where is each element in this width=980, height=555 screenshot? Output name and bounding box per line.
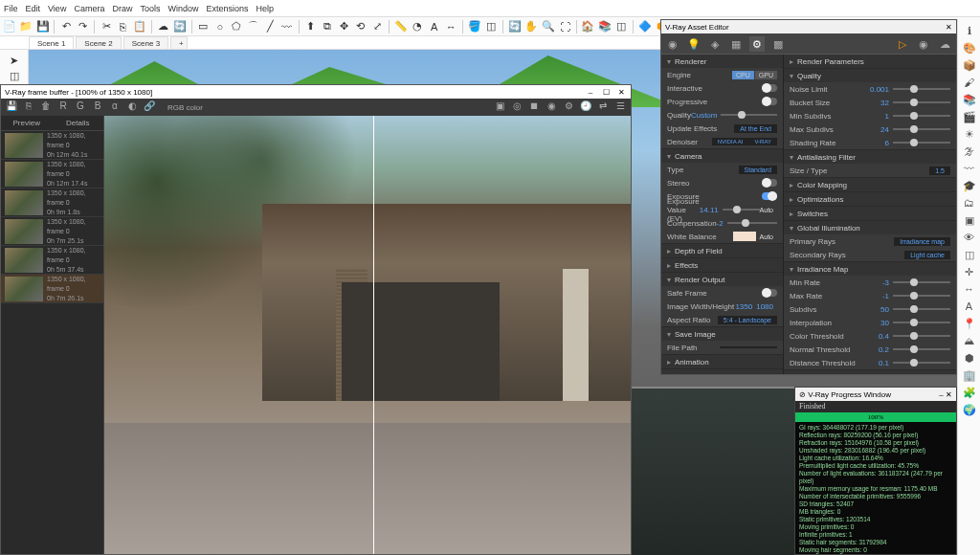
- menu-edit[interactable]: Edit: [26, 4, 41, 13]
- tray-extwarehouse-icon[interactable]: 🧩: [962, 385, 977, 400]
- scene-tab-1[interactable]: Scene 1: [29, 36, 74, 49]
- vfb-menu-icon[interactable]: ☰: [613, 100, 627, 114]
- tray-scenes-icon[interactable]: 🎬: [962, 109, 977, 124]
- ae-param-row[interactable]: QualityCustom: [661, 108, 783, 122]
- ae-param-row[interactable]: Max Subdivs24: [784, 122, 956, 136]
- history-item[interactable]: 1350 x 1080, frame 00h 5m 37.4s: [1, 246, 103, 275]
- tool-text-icon[interactable]: A: [427, 19, 441, 34]
- maximize-icon[interactable]: ☐: [600, 88, 612, 97]
- tool-layers-icon[interactable]: 📚: [597, 19, 612, 34]
- tray-hide-icon[interactable]: 👁: [962, 230, 977, 245]
- tray-selection-icon[interactable]: ▣: [962, 212, 977, 228]
- tray-text-icon[interactable]: A: [962, 299, 977, 314]
- tray-entity-icon[interactable]: ℹ: [962, 23, 977, 38]
- ae-param-row[interactable]: Min Rate-3: [784, 276, 956, 289]
- tray-geolocation-icon[interactable]: 🌍: [962, 402, 977, 417]
- vfb-lens-icon[interactable]: ◉: [545, 100, 558, 114]
- ae-param-row[interactable]: Aspect Ratio5:4 - Landscape: [661, 313, 783, 326]
- ae-tab-geometry-icon[interactable]: ◈: [707, 36, 723, 52]
- menu-file[interactable]: File: [4, 4, 18, 13]
- vfb-cc-icon[interactable]: ⚙: [562, 100, 575, 114]
- ae-param-row[interactable]: Shading Rate6: [784, 136, 956, 149]
- ae-param-row[interactable]: File Path: [661, 341, 783, 354]
- ae-param-row[interactable]: Primary RaysIrradiance map: [784, 234, 956, 248]
- tray-solid-icon[interactable]: ⬢: [962, 350, 977, 366]
- tool-cut-icon[interactable]: ✂: [99, 19, 113, 34]
- ae-param-row[interactable]: Exposure Value (EV)14.11Auto: [661, 203, 783, 216]
- menu-camera[interactable]: Camera: [74, 4, 104, 13]
- pw-titlebar[interactable]: ⊘ V-Ray Progress Window – ✕: [795, 388, 956, 401]
- tool-undo-icon[interactable]: ↶: [58, 19, 73, 34]
- ae-param-row[interactable]: EngineCPUGPU: [661, 68, 783, 81]
- tool-freehand-icon[interactable]: 〰: [279, 19, 294, 34]
- ae-section-header[interactable]: ▾Irradiance Map: [784, 262, 956, 276]
- tool-orbit-icon[interactable]: 🔄: [507, 19, 522, 34]
- ae-cloud-icon[interactable]: ☁: [937, 36, 952, 52]
- minimize-icon[interactable]: –: [939, 390, 943, 399]
- history-item[interactable]: 1350 x 1080, frame 00h 12m 17.4s: [1, 160, 103, 189]
- tool-rotate-icon[interactable]: ⟲: [353, 19, 368, 34]
- ae-tab-materials-icon[interactable]: ◉: [665, 36, 680, 52]
- ae-section-header[interactable]: ▸Render Parameters: [784, 55, 956, 68]
- history-item[interactable]: 1350 x 1080, frame 00h 12m 40.1s: [1, 131, 103, 160]
- menu-view[interactable]: View: [48, 4, 66, 13]
- tool-open-icon[interactable]: 📁: [18, 19, 33, 34]
- vfb-mono-icon[interactable]: ◐: [125, 100, 139, 114]
- vfb-history-icon[interactable]: 🕘: [579, 100, 592, 114]
- ae-titlebar[interactable]: V-Ray Asset Editor ✕: [661, 20, 956, 33]
- ae-tab-renderelm-icon[interactable]: ▦: [728, 36, 744, 52]
- history-item[interactable]: 1350 x 1080, frame 00h 9m 1.8s: [1, 189, 103, 217]
- ae-section-header[interactable]: ▾Environment: [661, 369, 783, 374]
- ae-param-row[interactable]: White BalanceAuto: [661, 230, 783, 243]
- vfb-track-icon[interactable]: ◎: [510, 100, 523, 114]
- vfb-link-icon[interactable]: 🔗: [143, 100, 156, 114]
- menu-help[interactable]: Help: [256, 4, 274, 13]
- vfb-channel-r-icon[interactable]: R: [56, 100, 70, 114]
- vfb-compare-icon[interactable]: ⇄: [596, 100, 610, 114]
- ae-param-row[interactable]: DenoiserNVIDIA AIV-RAY: [661, 135, 783, 148]
- ae-param-row[interactable]: Compensation-2: [661, 216, 783, 230]
- menu-extensions[interactable]: Extensions: [206, 4, 248, 13]
- tool-copy-icon[interactable]: ⎘: [116, 19, 130, 34]
- tray-section-icon[interactable]: ◫: [962, 247, 977, 262]
- ae-param-row[interactable]: Image Width/Height13501080: [661, 300, 783, 313]
- tool-redo-icon[interactable]: ↷: [76, 19, 90, 34]
- vfb-channel-b-icon[interactable]: B: [91, 100, 104, 114]
- menu-window[interactable]: Window: [167, 4, 198, 13]
- ae-param-row[interactable]: Update EffectsAt the End: [661, 122, 783, 135]
- vfb-channel-g-icon[interactable]: G: [74, 100, 87, 114]
- tray-instructor-icon[interactable]: 🎓: [962, 178, 977, 193]
- ae-tab-settings-icon[interactable]: ⚙: [749, 36, 765, 52]
- ae-param-row[interactable]: Interactive: [661, 81, 783, 95]
- ae-param-row[interactable]: Bucket Size32: [784, 96, 956, 109]
- ae-section-header[interactable]: ▾Antialiasing Filter: [784, 150, 956, 164]
- tool-paste-icon[interactable]: 📋: [132, 19, 146, 34]
- vfb-render-view[interactable]: [104, 116, 631, 554]
- history-item[interactable]: 1350 x 1080, frame 00h 7m 25.1s: [1, 217, 103, 246]
- ae-param-row[interactable]: Subdivs50: [784, 302, 956, 316]
- tray-layers-icon[interactable]: 📚: [962, 92, 977, 107]
- ae-section-header[interactable]: ▸Depth of Field: [661, 244, 783, 257]
- tool-zoomext-icon[interactable]: ⛶: [557, 19, 571, 34]
- ae-section-header[interactable]: ▸Switches: [784, 207, 956, 220]
- ae-section-header[interactable]: ▾Camera: [661, 149, 783, 163]
- vfb-channel-dropdown[interactable]: RGB color: [160, 103, 489, 112]
- vfb-save-icon[interactable]: 💾: [5, 100, 18, 114]
- history-item[interactable]: 1350 x 1080, frame 00h 7m 26.1s: [1, 275, 103, 303]
- tray-warehouse-icon[interactable]: 🏢: [962, 367, 977, 383]
- ae-param-row[interactable]: Safe Frame: [661, 286, 783, 300]
- ae-param-row[interactable]: Min Subdivs1: [784, 109, 956, 122]
- minimize-icon[interactable]: –: [585, 88, 596, 97]
- vfb-clear-icon[interactable]: 🗑: [39, 100, 53, 114]
- tool-dim-icon[interactable]: ↔: [443, 19, 457, 34]
- tool-move-icon[interactable]: ✥: [337, 19, 351, 34]
- vfb-tab-preview[interactable]: Preview: [1, 116, 53, 130]
- ae-section-header[interactable]: ▾Quality: [784, 69, 956, 82]
- vfb-alpha-icon[interactable]: α: [108, 100, 122, 114]
- tool-cloud-icon[interactable]: ☁: [156, 19, 170, 34]
- scene-tab-add[interactable]: +: [170, 36, 188, 49]
- tray-sandbox-icon[interactable]: ⛰: [962, 333, 977, 348]
- ae-render-icon[interactable]: ▷: [895, 36, 910, 52]
- tool-offset-icon[interactable]: ⧉: [320, 19, 334, 34]
- tool-pan-icon[interactable]: ✋: [523, 19, 538, 34]
